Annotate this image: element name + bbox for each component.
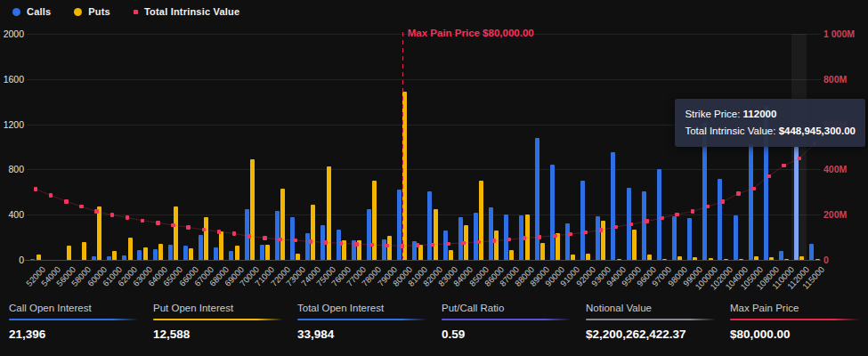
call-bar[interactable] <box>168 245 173 260</box>
put-bar[interactable] <box>67 246 71 260</box>
tiv-dot[interactable] <box>110 213 115 217</box>
tiv-dot[interactable] <box>217 230 222 234</box>
put-bar[interactable] <box>82 242 86 260</box>
put-bar[interactable] <box>37 255 41 260</box>
tiv-dot[interactable] <box>309 239 313 244</box>
put-bar[interactable] <box>647 255 652 260</box>
tiv-dot[interactable] <box>675 213 679 217</box>
call-bar[interactable] <box>183 246 188 260</box>
tiv-dot[interactable] <box>263 236 267 240</box>
call-bar[interactable] <box>718 179 722 260</box>
put-bar[interactable] <box>784 259 789 260</box>
put-bar[interactable] <box>372 181 377 260</box>
call-bar[interactable] <box>199 235 203 260</box>
tiv-dot[interactable] <box>385 244 389 248</box>
put-bar[interactable] <box>709 258 713 260</box>
call-bar[interactable] <box>137 250 142 260</box>
call-bar[interactable] <box>229 251 233 260</box>
tiv-dot[interactable] <box>324 240 329 245</box>
tiv-dot[interactable] <box>721 199 726 204</box>
tiv-dot[interactable] <box>94 209 99 214</box>
tiv-dot[interactable] <box>476 240 481 245</box>
put-bar[interactable] <box>677 256 682 260</box>
put-bar[interactable] <box>387 236 392 260</box>
call-bar[interactable] <box>672 216 677 260</box>
tiv-dot[interactable] <box>629 222 634 227</box>
put-bar[interactable] <box>586 254 590 260</box>
tiv-dot[interactable] <box>354 242 359 247</box>
call-bar[interactable] <box>92 256 96 260</box>
tiv-dot[interactable] <box>553 234 557 239</box>
put-bar[interactable] <box>494 231 499 260</box>
tiv-dot[interactable] <box>645 219 649 223</box>
tiv-dot[interactable] <box>232 231 237 236</box>
call-bar[interactable] <box>305 233 310 260</box>
put-bar[interactable] <box>112 251 117 260</box>
tiv-dot[interactable] <box>171 223 175 228</box>
tiv-dot[interactable] <box>446 242 450 247</box>
tiv-dot[interactable] <box>79 205 84 209</box>
tiv-dot[interactable] <box>247 234 252 239</box>
tiv-dot[interactable] <box>568 232 572 237</box>
tiv-dot[interactable] <box>64 199 69 204</box>
put-bar[interactable] <box>479 181 483 260</box>
put-bar[interactable] <box>449 250 453 260</box>
put-bar[interactable] <box>571 255 575 260</box>
put-bar[interactable] <box>632 230 637 260</box>
put-bar[interactable] <box>311 205 315 260</box>
put-bar[interactable] <box>724 259 728 260</box>
tiv-dot[interactable] <box>507 238 512 242</box>
tiv-dot[interactable] <box>278 238 282 242</box>
call-bar[interactable] <box>809 244 814 260</box>
tiv-dot[interactable] <box>416 243 420 247</box>
call-bar[interactable] <box>427 191 432 260</box>
tiv-dot[interactable] <box>34 187 38 191</box>
tiv-dot[interactable] <box>523 236 527 240</box>
call-bar[interactable] <box>611 152 615 260</box>
tiv-dot[interactable] <box>401 244 405 248</box>
legend-item-total-intrinsic-value[interactable]: Total Intrinsic Value <box>134 6 239 17</box>
tiv-dot[interactable] <box>538 235 542 239</box>
put-bar[interactable] <box>204 217 208 260</box>
tiv-dot[interactable] <box>186 225 191 230</box>
tiv-dot[interactable] <box>126 215 130 220</box>
call-bar[interactable] <box>260 245 264 260</box>
put-bar[interactable] <box>509 250 514 260</box>
put-bar[interactable] <box>434 209 438 260</box>
call-bar[interactable] <box>565 223 570 260</box>
tiv-dot[interactable] <box>293 239 297 243</box>
tiv-dot[interactable] <box>767 174 771 179</box>
put-bar[interactable] <box>418 245 423 260</box>
call-bar[interactable] <box>535 138 539 260</box>
put-bar[interactable] <box>219 231 223 260</box>
legend-item-puts[interactable]: Puts <box>74 6 110 17</box>
call-bar[interactable] <box>687 218 692 260</box>
put-bar[interactable] <box>739 259 743 260</box>
call-bar[interactable] <box>779 251 783 260</box>
put-bar[interactable] <box>693 257 697 260</box>
put-bar[interactable] <box>617 259 621 260</box>
call-bar[interactable] <box>474 213 478 260</box>
call-bar[interactable] <box>153 249 158 260</box>
tiv-dot[interactable] <box>599 228 604 232</box>
tiv-dot[interactable] <box>583 231 588 235</box>
put-bar[interactable] <box>97 206 101 260</box>
put-bar[interactable] <box>143 247 148 260</box>
call-bar[interactable] <box>550 165 555 260</box>
put-bar[interactable] <box>601 221 605 260</box>
call-bar[interactable] <box>275 211 280 260</box>
call-bar[interactable] <box>489 207 493 260</box>
tiv-dot[interactable] <box>431 243 435 247</box>
put-bar[interactable] <box>799 256 804 260</box>
put-bar[interactable] <box>174 206 178 260</box>
call-bar[interactable] <box>749 144 753 260</box>
put-bar[interactable] <box>662 259 667 260</box>
call-bar[interactable] <box>367 209 371 260</box>
tiv-dot[interactable] <box>660 216 664 221</box>
call-bar[interactable] <box>642 191 646 260</box>
call-bar[interactable] <box>794 147 799 260</box>
tiv-dot[interactable] <box>736 191 741 196</box>
call-bar[interactable] <box>596 216 600 260</box>
legend-item-calls[interactable]: Calls <box>12 6 51 17</box>
tiv-dot[interactable] <box>798 157 802 161</box>
